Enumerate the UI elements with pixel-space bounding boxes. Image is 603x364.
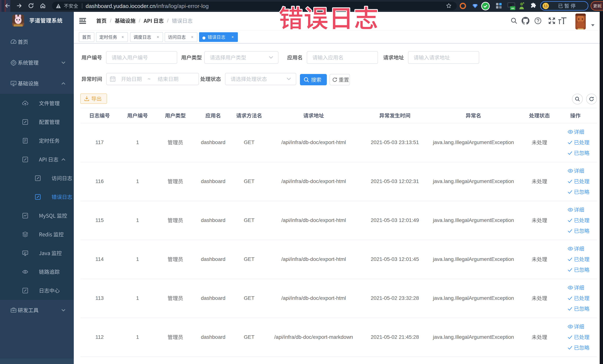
svg-text:on: on: [511, 7, 514, 10]
